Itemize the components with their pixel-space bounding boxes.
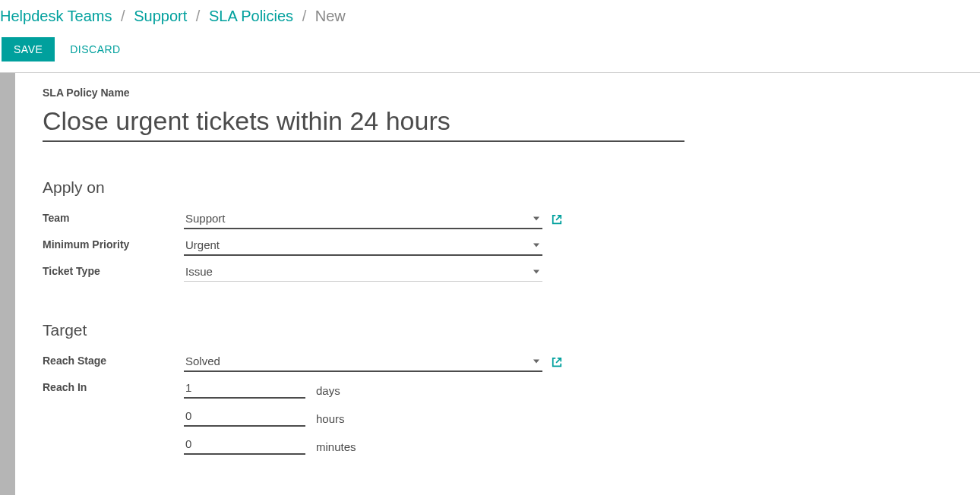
days-unit-label: days: [316, 384, 340, 399]
team-label: Team: [43, 206, 184, 232]
policy-name-input[interactable]: [43, 103, 684, 142]
form-sheet: SLA Policy Name Apply on Team Support: [15, 73, 965, 495]
minimum-priority-select[interactable]: Urgent: [184, 235, 542, 256]
chevron-down-icon: [533, 216, 539, 220]
breadcrumb-current: New: [315, 8, 346, 24]
ticket-type-label: Ticket Type: [43, 259, 184, 285]
chevron-down-icon: [533, 359, 539, 363]
apply-on-section-title: Apply on: [43, 178, 934, 197]
reach-stage-select[interactable]: Solved: [184, 352, 542, 372]
team-select-value: Support: [185, 212, 226, 225]
breadcrumb-separator: /: [302, 8, 307, 24]
external-link-icon[interactable]: [552, 214, 562, 225]
breadcrumb-sla-policies[interactable]: SLA Policies: [209, 8, 293, 24]
reach-in-minutes-input[interactable]: [184, 434, 305, 455]
breadcrumb-separator: /: [121, 8, 125, 24]
minimum-priority-label: Minimum Priority: [43, 232, 184, 259]
reach-in-hours-input[interactable]: [184, 406, 305, 427]
breadcrumb-helpdesk-teams[interactable]: Helpdesk Teams: [0, 8, 112, 24]
breadcrumb: Helpdesk Teams / Support / SLA Policies …: [0, 0, 980, 33]
discard-button[interactable]: DISCARD: [58, 37, 133, 61]
chevron-down-icon: [533, 270, 539, 273]
ticket-type-select[interactable]: Issue: [184, 262, 542, 282]
target-section-title: Target: [43, 321, 934, 339]
team-select[interactable]: Support: [184, 209, 542, 229]
ticket-type-value: Issue: [185, 265, 213, 278]
breadcrumb-separator: /: [196, 8, 201, 24]
policy-name-label: SLA Policy Name: [43, 87, 934, 99]
minimum-priority-value: Urgent: [185, 238, 220, 251]
action-toolbar: SAVE DISCARD: [0, 33, 980, 69]
reach-in-label: Reach In: [43, 375, 184, 458]
left-gutter: [0, 73, 15, 495]
chevron-down-icon: [533, 243, 539, 247]
save-button[interactable]: SAVE: [2, 37, 55, 61]
reach-in-days-input[interactable]: [184, 378, 305, 399]
reach-stage-label: Reach Stage: [43, 348, 184, 375]
breadcrumb-support[interactable]: Support: [134, 8, 187, 24]
external-link-icon[interactable]: [552, 357, 562, 367]
minutes-unit-label: minutes: [316, 440, 356, 455]
reach-stage-value: Solved: [185, 355, 220, 367]
hours-unit-label: hours: [316, 412, 345, 427]
